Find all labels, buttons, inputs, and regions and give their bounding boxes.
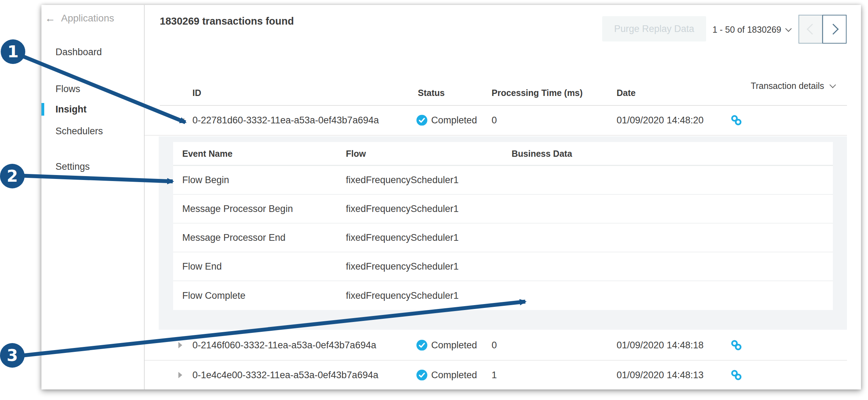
- transaction-link[interactable]: [730, 339, 742, 351]
- event-flow: fixedFrequencyScheduler1: [346, 290, 459, 301]
- processing-time-value: 0: [492, 340, 497, 351]
- column-header-flow: Flow: [346, 148, 366, 159]
- transaction-id: 0-22781d60-3332-11ea-a53a-0ef43b7a694a: [192, 115, 379, 126]
- processing-time-value: 0: [492, 115, 497, 126]
- chevron-down-icon: [829, 82, 836, 88]
- chain-link-icon: [730, 339, 742, 351]
- event-name: Message Processor End: [182, 232, 285, 243]
- status-label: Completed: [431, 370, 477, 381]
- expand-caret-icon[interactable]: [178, 342, 182, 348]
- date-value: 01/09/2020 14:48:13: [617, 370, 704, 381]
- check-circle-icon: [416, 370, 427, 381]
- column-header-status: Status: [418, 88, 445, 98]
- events-table: Event Name Flow Business Data Flow Begin…: [173, 142, 833, 310]
- status-cell: Completed: [416, 340, 477, 351]
- sidebar-item-flows[interactable]: Flows: [55, 83, 80, 95]
- sidebar-item-schedulers[interactable]: Schedulers: [55, 125, 103, 137]
- chain-link-icon: [730, 114, 742, 126]
- chevron-right-icon: [828, 24, 839, 34]
- column-header-event-name: Event Name: [182, 148, 232, 159]
- transaction-id: 0-2146f060-3332-11ea-a53a-0ef43b7a694a: [192, 340, 376, 351]
- event-row: Flow Begin fixedFrequencyScheduler1: [173, 166, 833, 195]
- pagination-dropdown[interactable]: 1 - 50 of 1830269: [650, 24, 791, 35]
- expand-caret-icon[interactable]: [178, 372, 182, 378]
- back-to-applications-link[interactable]: ← Applications: [45, 13, 114, 24]
- sidebar-item-settings[interactable]: Settings: [55, 161, 90, 172]
- event-row: Flow Complete fixedFrequencyScheduler1: [173, 281, 833, 310]
- page: 1 2 3 ← Applications Dashboard Flows Ins…: [0, 0, 868, 400]
- transaction-row[interactable]: 0-2146f060-3332-11ea-a53a-0ef43b7a694a C…: [145, 330, 847, 361]
- events-table-header: Event Name Flow Business Data: [173, 142, 833, 166]
- check-circle-icon: [416, 115, 427, 126]
- event-name: Flow Begin: [182, 175, 229, 186]
- column-header-processing-time: Processing Time (ms): [492, 88, 583, 98]
- transactions-table-header: ID Status Processing Time (ms) Date: [145, 88, 861, 100]
- annotation-badge-2: 2: [0, 164, 25, 188]
- check-circle-icon: [416, 340, 427, 351]
- active-indicator-bar: [41, 103, 44, 116]
- pager: [798, 15, 847, 44]
- sidebar-item-label: Insight: [55, 104, 87, 115]
- status-cell: Completed: [416, 115, 477, 126]
- previous-page-button[interactable]: [798, 15, 823, 44]
- event-flow: fixedFrequencyScheduler1: [346, 175, 459, 186]
- column-header-business-data: Business Data: [512, 148, 572, 159]
- column-header-id: ID: [192, 88, 201, 98]
- event-flow: fixedFrequencyScheduler1: [346, 232, 459, 243]
- sidebar: ← Applications Dashboard Flows Insight S…: [41, 5, 145, 389]
- main-content: 1830269 transactions found Purge Replay …: [145, 5, 861, 389]
- sidebar-item-dashboard[interactable]: Dashboard: [55, 46, 102, 58]
- chevron-left-icon: [807, 24, 817, 34]
- transaction-link[interactable]: [730, 114, 742, 126]
- insight-panel: ← Applications Dashboard Flows Insight S…: [41, 5, 861, 389]
- transactions-found-title: 1830269 transactions found: [160, 15, 294, 27]
- date-value: 01/09/2020 14:48:20: [617, 115, 704, 126]
- status-label: Completed: [431, 115, 477, 126]
- pagination-label: 1 - 50 of 1830269: [712, 25, 781, 35]
- event-name: Flow Complete: [182, 290, 245, 301]
- event-name: Message Processor Begin: [182, 204, 293, 214]
- chevron-down-icon: [785, 25, 791, 32]
- transaction-id: 0-1e4c4e00-3332-11ea-a53a-0ef43b7a694a: [192, 370, 378, 381]
- transaction-row[interactable]: 0-22781d60-3332-11ea-a53a-0ef43b7a694a C…: [145, 105, 847, 136]
- chain-link-icon: [730, 369, 742, 381]
- next-page-button[interactable]: [822, 15, 847, 44]
- expanded-events-panel: Event Name Flow Business Data Flow Begin…: [159, 136, 847, 330]
- event-row: Flow End fixedFrequencyScheduler1: [173, 252, 833, 281]
- event-flow: fixedFrequencyScheduler1: [346, 261, 459, 272]
- back-label: Applications: [61, 13, 114, 24]
- transaction-row[interactable]: 0-1e4c4e00-3332-11ea-a53a-0ef43b7a694a C…: [145, 361, 847, 389]
- status-cell: Completed: [416, 370, 477, 381]
- event-name: Flow End: [182, 261, 222, 272]
- annotation-badge-1: 1: [1, 39, 25, 64]
- collapse-caret-icon[interactable]: [178, 119, 185, 123]
- event-row: Message Processor Begin fixedFrequencySc…: [173, 195, 833, 224]
- back-arrow-icon: ←: [45, 13, 55, 24]
- column-header-date: Date: [617, 88, 636, 98]
- date-value: 01/09/2020 14:48:18: [617, 340, 704, 351]
- status-label: Completed: [431, 340, 477, 351]
- sidebar-item-insight[interactable]: Insight: [55, 104, 87, 115]
- annotation-badge-3: 3: [0, 343, 25, 368]
- processing-time-value: 1: [492, 370, 497, 381]
- transaction-link[interactable]: [730, 369, 742, 381]
- event-flow: fixedFrequencyScheduler1: [346, 204, 459, 214]
- event-row: Message Processor End fixedFrequencySche…: [173, 224, 833, 252]
